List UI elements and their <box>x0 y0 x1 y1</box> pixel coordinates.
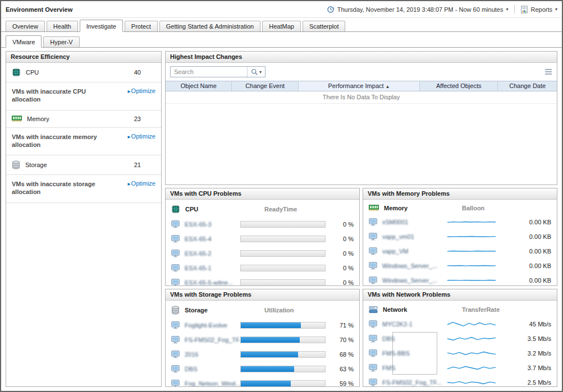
metric-value: 0 % <box>326 265 354 271</box>
column-header-change-date[interactable]: Change Date <box>498 81 557 91</box>
sparkline-chart <box>447 363 496 373</box>
list-item[interactable]: Fog_Nelson_Wind... 59 % <box>166 376 359 386</box>
memory-problems-panel: VMs with Memory Problems <box>363 188 557 286</box>
tab-heatmap[interactable]: HeatMap <box>262 21 301 31</box>
column-header-performance-impact[interactable]: Performance Impact▲ <box>299 81 420 91</box>
metric-value: 2.5 Mb/s <box>523 379 551 386</box>
list-item[interactable]: FS-FMS02_Fog_TF... 2.5 Mb/s <box>363 375 557 386</box>
vm-name[interactable]: ESX-65-3 <box>185 221 240 228</box>
list-item[interactable]: vapp_vm01 0.00 KB <box>363 229 557 244</box>
vm-name[interactable]: DBS <box>382 335 447 342</box>
vm-monitor-icon <box>369 335 378 343</box>
list-item[interactable]: MYC2K2-1 45 Mb/s <box>363 317 557 331</box>
chevron-down-icon: ▾ <box>506 7 508 12</box>
vm-name[interactable]: ESX-65-2 <box>185 250 240 257</box>
network-device-icon <box>369 306 378 313</box>
vm-name[interactable]: vapp_vm01 <box>382 233 447 240</box>
cpu-chip-icon <box>171 205 180 214</box>
highest-impact-changes-panel: Highest Impact Changes ▾ <box>165 51 557 185</box>
list-item[interactable]: xSM0001 0.00 KB <box>363 215 557 229</box>
table-options-icon[interactable] <box>544 68 552 75</box>
content-area: Resource Efficiency CPU <box>1 48 562 391</box>
tab-vmware[interactable]: VMware <box>6 35 42 48</box>
list-item[interactable]: FMS-BBS 3.2 Mb/s <box>363 346 557 361</box>
vm-name[interactable]: ESX-65-1 <box>185 265 240 271</box>
usage-bar <box>240 265 326 271</box>
column-header-object-name[interactable]: Object Name <box>166 81 232 91</box>
reports-menu[interactable]: Reports ▾ <box>521 6 557 13</box>
list-item[interactable]: vapp_VM 0.00 KB <box>363 244 557 259</box>
list-item[interactable]: ESX-65-3 0 % <box>166 217 359 232</box>
report-icon <box>521 6 528 13</box>
vm-name[interactable]: xSM0001 <box>382 219 447 225</box>
vm-name[interactable]: Foglight-Evolve <box>185 322 240 329</box>
vm-name[interactable]: Fog_Nelson_Wind... <box>185 380 240 386</box>
vm-name[interactable]: FS-FMS02_Fog_TF... <box>382 379 447 386</box>
sparkline-chart <box>447 275 496 285</box>
list-item[interactable]: 2016 68 % <box>166 347 359 362</box>
metric-value: 70 % <box>326 336 354 343</box>
column-header-change-event[interactable]: Change Event <box>232 81 298 91</box>
vm-monitor-icon <box>171 279 180 285</box>
value-column-label: Utilization <box>264 307 294 313</box>
vm-name[interactable]: ESX-65-4 <box>185 236 240 242</box>
vm-monitor-icon <box>369 364 378 372</box>
vm-name[interactable]: FMS <box>382 365 447 371</box>
storage-problems-panel: VMs with Storage Problems <box>165 289 360 387</box>
list-item[interactable]: DBS 63 % <box>166 362 359 376</box>
panel-title: VMs with Network Problems <box>363 289 557 301</box>
list-item[interactable]: FS-FMS02_Fog_TF... 70 % <box>166 333 359 347</box>
vm-name[interactable]: FS-FMS02_Fog_TF... <box>185 336 240 343</box>
vm-name[interactable]: vapp_VM <box>382 248 447 255</box>
tab-hyperv[interactable]: Hyper-V <box>43 36 79 47</box>
tab-getting-started[interactable]: Getting Started & Administration <box>159 21 261 31</box>
panel-title: Resource Efficiency <box>6 52 161 63</box>
value-column-label: Balloon <box>462 205 484 211</box>
list-item[interactable]: Foglight-Evolve 71 % <box>166 318 359 333</box>
optimize-link-storage[interactable]: Optimize <box>128 180 155 187</box>
vm-name[interactable]: ESX-65-5-witne... <box>185 279 240 285</box>
column-header-affected-objects[interactable]: Affected Objects <box>420 81 498 91</box>
list-item[interactable]: Windows_Server_... 0.00 KB <box>363 273 557 285</box>
metric-value: 59 % <box>326 380 354 386</box>
vm-name[interactable]: DBS <box>185 366 240 372</box>
list-item[interactable]: ESX-65-4 0 % <box>166 232 359 246</box>
divider <box>514 5 515 13</box>
list-item[interactable]: FMS 3.7 Mb/s <box>363 361 557 375</box>
vm-list: Foglight-Evolve 71 % FS-FMS02_Fog_TF... … <box>166 318 359 386</box>
panel-title: VMs with Storage Problems <box>166 289 359 301</box>
sort-ascending-icon: ▲ <box>386 84 390 89</box>
cpu-chip-icon <box>12 68 21 77</box>
search-button[interactable]: ▾ <box>247 67 265 77</box>
network-problems-panel: VMs with Network Problems <box>363 289 557 387</box>
list-item[interactable]: Windows_Server_... 0.00 KB <box>363 259 557 273</box>
vm-monitor-icon <box>171 250 180 257</box>
vm-name[interactable]: MYC2K2-1 <box>382 321 447 328</box>
tab-investigate[interactable]: Investigate <box>80 20 123 32</box>
optimize-link-memory[interactable]: Optimize <box>128 133 155 140</box>
search-input[interactable] <box>171 67 247 77</box>
time-range-control[interactable]: Thursday, November 14, 2019 3:48:07 PM -… <box>327 6 509 13</box>
vm-name[interactable]: 2016 <box>185 351 240 358</box>
list-item[interactable]: ESX-65-5-witne... 0 % <box>166 275 359 285</box>
list-item[interactable]: ESX-65-1 0 % <box>166 261 359 275</box>
metric-header: CPU ReadyTime <box>166 200 359 217</box>
vm-name[interactable]: Windows_Server_... <box>382 277 447 284</box>
tab-health[interactable]: Health <box>47 21 78 31</box>
table-header-row: Object Name Change Event Performance Imp… <box>166 81 557 91</box>
vm-name[interactable]: FMS-BBS <box>382 350 447 357</box>
sparkline-chart <box>447 246 496 256</box>
time-range-clock-icon <box>327 6 335 13</box>
vm-name[interactable]: Windows_Server_... <box>382 262 447 269</box>
usage-bar <box>240 380 326 386</box>
optimize-link-cpu[interactable]: Optimize <box>128 87 155 94</box>
list-item[interactable]: DBS 3.5 Mb/s <box>363 331 557 346</box>
tab-scatterplot[interactable]: Scatterplot <box>303 21 346 31</box>
memory-dimm-icon <box>12 116 22 122</box>
sparkline-chart <box>447 261 496 271</box>
allocation-row-memory: VMs with inaccurate memory allocation Op… <box>6 128 161 156</box>
list-item[interactable]: ESX-65-2 0 % <box>166 246 359 261</box>
metric-label: Memory <box>27 116 134 122</box>
tab-protect[interactable]: Protect <box>125 21 158 31</box>
tab-overview[interactable]: Overview <box>6 21 45 31</box>
